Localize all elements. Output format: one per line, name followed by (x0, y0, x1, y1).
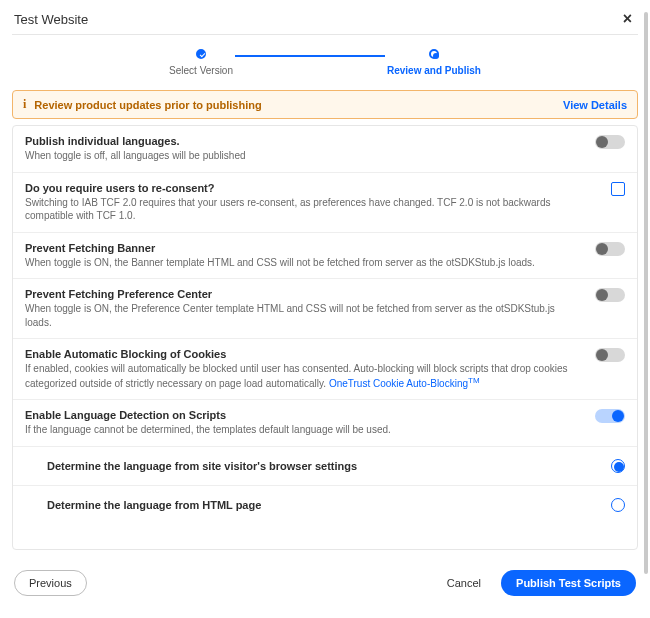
option-control (595, 242, 625, 256)
page-scrollbar[interactable] (644, 12, 648, 574)
toggle-publish-langs[interactable] (595, 135, 625, 149)
option-control (611, 182, 625, 196)
auto-blocking-link[interactable]: OneTrust Cookie Auto-Blocking (329, 378, 468, 389)
option-text: Prevent Fetching Banner When toggle is O… (25, 242, 575, 270)
option-desc: When toggle is off, all languages will b… (25, 149, 575, 163)
option-prevent-banner: Prevent Fetching Banner When toggle is O… (13, 233, 637, 280)
radio-label: Determine the language from HTML page (47, 499, 261, 511)
tm-sup: TM (468, 376, 480, 385)
option-lang-detect: Enable Language Detection on Scripts If … (13, 400, 637, 447)
step-select-version[interactable]: Select Version (169, 49, 233, 76)
option-text: Publish individual languages. When toggl… (25, 135, 575, 163)
option-title: Prevent Fetching Banner (25, 242, 575, 254)
step-dot-done-icon (196, 49, 206, 59)
step-label: Review and Publish (387, 65, 481, 76)
option-title: Do you require users to re-consent? (25, 182, 591, 194)
option-title: Enable Language Detection on Scripts (25, 409, 575, 421)
option-text: Enable Automatic Blocking of Cookies If … (25, 348, 575, 390)
toggle-lang-detect[interactable] (595, 409, 625, 423)
radio-browser[interactable] (611, 459, 625, 473)
step-connector (235, 55, 385, 57)
option-text: Do you require users to re-consent? Swit… (25, 182, 591, 223)
option-publish-langs: Publish individual languages. When toggl… (13, 126, 637, 173)
radio-html[interactable] (611, 498, 625, 512)
option-desc: If enabled, cookies will automatically b… (25, 362, 575, 390)
option-prevent-pc: Prevent Fetching Preference Center When … (13, 279, 637, 339)
publish-button[interactable]: Publish Test Scripts (501, 570, 636, 596)
previous-button[interactable]: Previous (14, 570, 87, 596)
option-title: Enable Automatic Blocking of Cookies (25, 348, 575, 360)
option-reconsent: Do you require users to re-consent? Swit… (13, 173, 637, 233)
close-icon[interactable]: × (619, 10, 636, 28)
cancel-button[interactable]: Cancel (435, 571, 493, 595)
view-details-link[interactable]: View Details (563, 99, 627, 111)
toggle-prevent-banner[interactable] (595, 242, 625, 256)
options-card: Publish individual languages. When toggl… (12, 125, 638, 550)
radio-option-browser[interactable]: Determine the language from site visitor… (13, 447, 637, 486)
alert-left: i Review product updates prior to publis… (23, 97, 262, 112)
option-title: Publish individual languages. (25, 135, 575, 147)
checkbox-reconsent[interactable] (611, 182, 625, 196)
option-desc: Switching to IAB TCF 2.0 requires that y… (25, 196, 591, 223)
option-desc: When toggle is ON, the Preference Center… (25, 302, 575, 329)
modal-test-website: Test Website × Select Version Review and… (0, 0, 650, 618)
info-icon: i (23, 97, 26, 112)
radio-option-html[interactable]: Determine the language from HTML page (13, 486, 637, 524)
step-review-publish[interactable]: Review and Publish (387, 49, 481, 76)
page-title: Test Website (14, 12, 88, 27)
step-dot-active-icon (429, 49, 439, 59)
option-desc-pre: If enabled, cookies will automatically b… (25, 363, 568, 389)
alert-text: Review product updates prior to publishi… (34, 99, 261, 111)
option-desc: When toggle is ON, the Banner template H… (25, 256, 575, 270)
alert-review-updates: i Review product updates prior to publis… (12, 90, 638, 119)
option-control (595, 409, 625, 423)
toggle-auto-block[interactable] (595, 348, 625, 362)
stepper: Select Version Review and Publish (12, 35, 638, 82)
option-title: Prevent Fetching Preference Center (25, 288, 575, 300)
option-control (595, 135, 625, 149)
radio-label: Determine the language from site visitor… (47, 460, 357, 472)
toggle-prevent-pc[interactable] (595, 288, 625, 302)
option-control (595, 348, 625, 362)
option-auto-block: Enable Automatic Blocking of Cookies If … (13, 339, 637, 400)
step-label: Select Version (169, 65, 233, 76)
option-control (595, 288, 625, 302)
footer-right: Cancel Publish Test Scripts (435, 570, 636, 596)
option-text: Prevent Fetching Preference Center When … (25, 288, 575, 329)
modal-footer: Previous Cancel Publish Test Scripts (12, 550, 638, 596)
modal-header: Test Website × (12, 8, 638, 35)
option-desc: If the language cannot be determined, th… (25, 423, 575, 437)
option-text: Enable Language Detection on Scripts If … (25, 409, 575, 437)
